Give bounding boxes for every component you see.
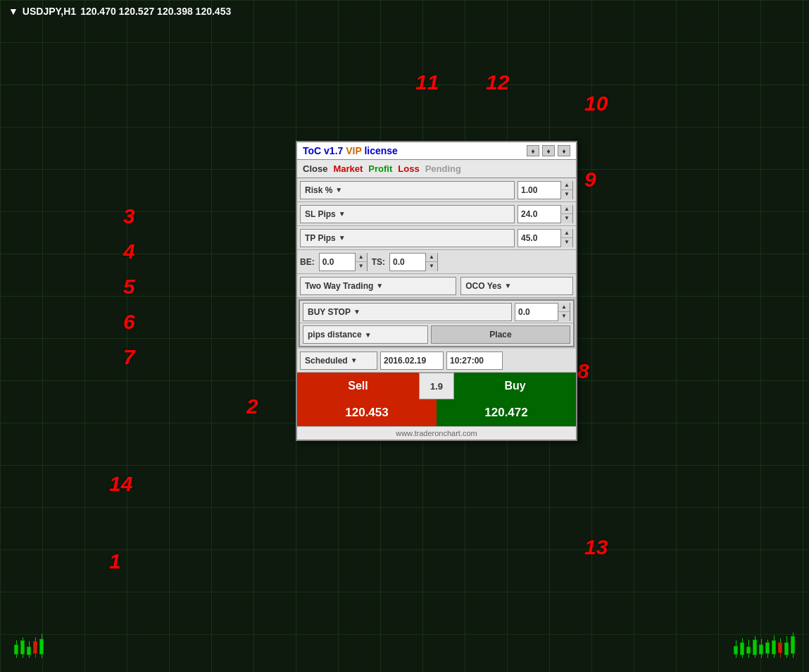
buy-price: 120.472 [437, 399, 576, 426]
be-spin-down[interactable]: ▼ [356, 262, 367, 271]
mode-market[interactable]: Market [333, 163, 363, 174]
sl-input[interactable] [518, 208, 560, 220]
candle-1 [734, 640, 738, 658]
buy-stop-dropdown-arrow: ▼ [353, 308, 360, 316]
titlebar-buttons: ♦ ♦ ♦ [527, 145, 570, 156]
buy-stop-label: BUY STOP [308, 307, 351, 317]
spread-display: 1.9 [419, 373, 454, 399]
ts-label: TS: [372, 257, 385, 267]
annotation-14: 14 [109, 472, 132, 496]
mode-loss[interactable]: Loss [398, 163, 419, 174]
risk-spin-down[interactable]: ▼ [561, 190, 572, 199]
annotation-10: 10 [584, 92, 608, 116]
tp-input-wrap: ▲ ▼ [518, 229, 573, 247]
buy-stop-input-wrap: ▲ ▼ [515, 303, 570, 321]
annotation-8: 8 [577, 359, 589, 383]
title-version: v1.7 [321, 145, 346, 156]
oco-dropdown[interactable]: OCO Yes ▼ [460, 277, 573, 295]
sl-spinners: ▲ ▼ [560, 205, 572, 223]
ts-input[interactable] [390, 256, 425, 268]
annotation-2: 2 [246, 394, 258, 418]
be-ts-row: BE: ▲ ▼ TS: ▲ ▼ [297, 250, 576, 274]
be-label: BE: [300, 257, 315, 267]
chart-dropdown-arrow: ▼ [8, 6, 18, 17]
risk-spin-up[interactable]: ▲ [561, 181, 572, 190]
candle-7 [772, 635, 776, 658]
ts-spinners: ▲ ▼ [425, 253, 437, 271]
annotation-13: 13 [584, 535, 608, 559]
mode-bar: Close Market Profit Loss Pending [297, 160, 576, 178]
annotation-11: 11 [415, 70, 439, 94]
titlebar-btn-3[interactable]: ♦ [558, 145, 570, 156]
price-row: 120.453 120.472 [297, 399, 576, 426]
sell-button[interactable]: Sell [297, 373, 419, 399]
tp-row: TP Pips ▼ ▲ ▼ [297, 226, 576, 250]
annotation-4: 4 [123, 239, 135, 263]
ts-spin-up[interactable]: ▲ [426, 253, 437, 262]
tp-spin-down[interactable]: ▼ [561, 238, 572, 247]
annotation-12: 12 [486, 70, 509, 94]
sl-dropdown[interactable]: SL Pips ▼ [300, 205, 515, 223]
buy-button[interactable]: Buy [454, 373, 576, 399]
candle-8 [778, 638, 782, 658]
candle-bl-2 [20, 637, 25, 658]
sell-price: 120.453 [297, 399, 437, 426]
tp-spin-up[interactable]: ▲ [561, 229, 572, 238]
candle-bl-3 [27, 641, 31, 658]
buy-stop-input[interactable] [515, 306, 558, 318]
tp-input[interactable] [518, 232, 560, 244]
mode-close[interactable]: Close [303, 163, 327, 174]
titlebar-btn-2[interactable]: ♦ [542, 145, 555, 156]
candle-6 [765, 640, 770, 658]
date-input[interactable] [380, 351, 444, 370]
time-input[interactable] [446, 351, 503, 370]
be-input[interactable] [320, 256, 355, 268]
titlebar-btn-1[interactable]: ♦ [527, 145, 539, 156]
title-vip: VIP [346, 145, 361, 156]
candle-10 [791, 633, 795, 658]
sl-row: SL Pips ▼ ▲ ▼ [297, 202, 576, 226]
pips-distance-dropdown[interactable]: pips distance ▼ [303, 325, 428, 344]
candle-3 [746, 640, 751, 658]
sl-spin-up[interactable]: ▲ [561, 205, 572, 214]
risk-dropdown-arrow: ▼ [335, 186, 342, 194]
pips-distance-label: pips distance [308, 330, 362, 340]
risk-label: Risk % [305, 185, 332, 195]
scheduled-dropdown-arrow: ▼ [351, 356, 358, 364]
buy-stop-dropdown[interactable]: BUY STOP ▼ [303, 303, 512, 321]
title-toc: ToC [303, 145, 321, 156]
title-license: license [362, 145, 398, 156]
candle-4 [753, 636, 757, 658]
oco-label: OCO Yes [465, 281, 501, 291]
candle-area-right [734, 633, 795, 658]
risk-spinners: ▲ ▼ [560, 181, 572, 199]
annotation-9: 9 [584, 168, 596, 192]
risk-input-wrap: ▲ ▼ [518, 181, 573, 199]
tp-dropdown-arrow: ▼ [339, 234, 346, 242]
chart-prices: 120.470 120.527 120.398 120.453 [80, 6, 231, 17]
annotation-5: 5 [123, 275, 135, 299]
mode-pending[interactable]: Pending [425, 163, 461, 174]
risk-dropdown[interactable]: Risk % ▼ [300, 181, 515, 199]
mode-profit[interactable]: Profit [368, 163, 392, 174]
risk-input[interactable] [518, 184, 560, 197]
ts-input-wrap: ▲ ▼ [389, 253, 438, 271]
candle-2 [740, 638, 744, 658]
place-button[interactable]: Place [431, 325, 570, 344]
pips-distance-dropdown-arrow: ▼ [365, 331, 372, 339]
buy-stop-spin-up[interactable]: ▲ [558, 303, 570, 312]
scheduled-dropdown[interactable]: Scheduled ▼ [300, 351, 377, 370]
annotation-1: 1 [109, 549, 121, 573]
buy-sell-row: Sell 1.9 Buy [297, 373, 576, 399]
sl-spin-down[interactable]: ▼ [561, 214, 572, 223]
buy-stop-section: BUY STOP ▼ ▲ ▼ pips distance ▼ Place [299, 299, 575, 347]
scheduled-row: Scheduled ▼ [297, 349, 576, 373]
be-spin-up[interactable]: ▲ [356, 253, 367, 262]
annotation-6: 6 [123, 310, 135, 334]
sl-input-wrap: ▲ ▼ [518, 205, 573, 223]
buy-stop-spin-down[interactable]: ▼ [558, 312, 570, 321]
two-way-dropdown[interactable]: Two Way Trading ▼ [300, 277, 456, 295]
scheduled-label: Scheduled [305, 356, 348, 366]
tp-dropdown[interactable]: TP Pips ▼ [300, 229, 515, 247]
ts-spin-down[interactable]: ▼ [426, 262, 437, 271]
